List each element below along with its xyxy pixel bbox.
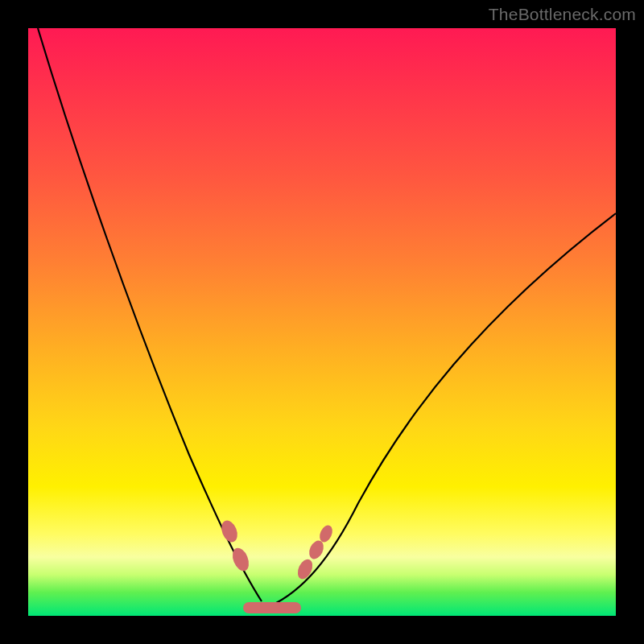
marker-left-1 [218,518,240,545]
plot-area [28,28,616,616]
curves-svg [28,28,616,616]
watermark-text: TheBottleneck.com [489,5,636,24]
chart-frame: TheBottleneck.com [0,0,644,644]
curve-left-branch [38,28,262,601]
marker-right-1 [295,557,315,581]
